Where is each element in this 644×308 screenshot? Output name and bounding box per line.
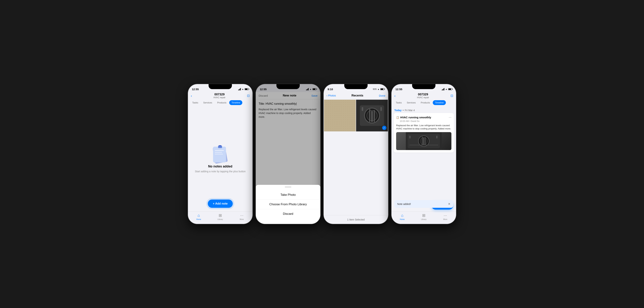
empty-title-1: No notes added xyxy=(208,165,232,168)
date-dot: • xyxy=(402,109,404,112)
sheet-handle xyxy=(285,187,291,187)
svg-rect-18 xyxy=(374,110,375,122)
notch-4 xyxy=(412,84,436,89)
home-label-4: Home xyxy=(400,218,405,220)
svg-rect-27 xyxy=(425,137,426,145)
svg-rect-7 xyxy=(215,154,223,154)
photo-thumb-2[interactable]: ✓ xyxy=(356,100,388,131)
more-label-4: More xyxy=(443,218,448,220)
add-note-button-1[interactable]: + Add note xyxy=(208,200,233,208)
photo-nav-title: Recents xyxy=(352,94,363,97)
library-label-4: Library xyxy=(421,218,427,220)
photo-bottom-bar: 1 Item Selected xyxy=(324,215,388,224)
back-button-1[interactable]: ‹ xyxy=(191,94,192,98)
signal-icon-1 xyxy=(238,88,241,90)
nav-header-1: ‹ 007329 HVAC repair ⊡ xyxy=(188,92,252,100)
back-button-4[interactable]: ‹ xyxy=(394,94,396,98)
library-label-1: Library xyxy=(218,218,223,220)
photos-back-label: Photos xyxy=(328,94,336,97)
svg-rect-28 xyxy=(410,136,410,138)
note-card-icon: 📋 xyxy=(396,116,399,119)
library-icon-4: ⊞ xyxy=(422,213,426,218)
bottom-tabs-1: ⌂ Home ⊞ Library ··· More xyxy=(188,212,252,224)
nav-header-4: ‹ 007329 HVAC repair ⊡ xyxy=(392,92,456,100)
timeline-date-header: Today • Fri Mar 4 xyxy=(392,106,456,113)
bottom-tab-more-4[interactable]: ··· More xyxy=(434,213,456,220)
wifi-icon-1: ▲ xyxy=(242,88,244,90)
tab-timeline-1[interactable]: Timeline xyxy=(229,100,242,105)
job-number-1: 007329 xyxy=(214,93,226,96)
note-added-toast: Note added! ✕ xyxy=(394,200,453,208)
tab-tasks-4[interactable]: Tasks xyxy=(394,100,404,105)
bottom-tab-library-1[interactable]: ⊞ Library xyxy=(210,213,231,220)
card-more-button[interactable]: ··· xyxy=(449,115,452,119)
photos-back-button[interactable]: ‹ Photos xyxy=(326,94,336,97)
discard-option[interactable]: Discard xyxy=(256,209,320,219)
battery-icon-3 xyxy=(380,88,384,90)
date-label: Fri Mar 4 xyxy=(405,109,415,112)
card-header: 📋 HVAC running smoothly ··· xyxy=(396,115,452,119)
svg-rect-26 xyxy=(424,137,424,145)
tab-services-4[interactable]: Services xyxy=(404,100,418,105)
svg-rect-20 xyxy=(380,107,382,111)
status-icons-1: ▲ xyxy=(238,88,248,90)
tab-services-1[interactable]: Services xyxy=(201,100,214,105)
phone-1: 12:55 ▲ ‹ 007329 HVAC repair xyxy=(188,84,252,224)
svg-rect-16 xyxy=(369,109,370,122)
card-body: Replaced the air filter. Low refrigerant… xyxy=(396,124,452,130)
home-icon-1: ⌂ xyxy=(198,213,200,218)
job-type-4: HVAC repair xyxy=(417,96,429,99)
notch-3 xyxy=(344,84,368,89)
nav-title-1: 007329 HVAC repair xyxy=(214,93,226,99)
bottom-tab-home-1[interactable]: ⌂ Home xyxy=(188,213,210,220)
wifi-icon-3: ▲ xyxy=(378,88,380,90)
items-selected-label: 1 Item Selected xyxy=(347,218,364,221)
svg-rect-5 xyxy=(215,150,224,151)
svg-rect-4 xyxy=(219,145,221,146)
bottom-tab-library-4[interactable]: ⊞ Library xyxy=(413,213,434,220)
more-icon-1: ··· xyxy=(240,213,244,218)
more-label-1: More xyxy=(240,218,244,220)
signal-icon-4 xyxy=(442,88,444,90)
toast-close-button[interactable]: ✕ xyxy=(448,202,450,206)
bottom-tab-more-1[interactable]: ··· More xyxy=(231,213,252,220)
nav-title-4: 007329 HVAC repair xyxy=(417,93,429,99)
status-time-3: 9:10 xyxy=(328,88,333,91)
photo-done-button[interactable]: Done xyxy=(379,94,385,97)
today-label: Today xyxy=(394,109,402,112)
choose-photo-option[interactable]: Choose From Photo Library xyxy=(256,200,320,209)
status-icons-3: SOS ▲ xyxy=(373,88,384,90)
share-button-1[interactable]: ⊡ xyxy=(247,94,250,98)
svg-rect-29 xyxy=(436,136,438,138)
notch-1 xyxy=(208,84,232,89)
share-button-4[interactable]: ⊡ xyxy=(450,94,453,98)
chevron-left-icon: ‹ xyxy=(326,94,328,97)
tab-products-4[interactable]: Products xyxy=(418,100,432,105)
bottom-tab-home-4[interactable]: ⌂ Home xyxy=(392,213,413,220)
main-content-1: No notes added Start adding a note by ta… xyxy=(188,106,252,212)
empty-state-1: No notes added Start adding a note by ta… xyxy=(188,106,252,212)
svg-rect-19 xyxy=(362,107,363,111)
take-photo-option[interactable]: Take Photo xyxy=(256,190,320,200)
svg-rect-6 xyxy=(215,152,222,153)
battery-icon-4 xyxy=(448,88,452,90)
home-icon-4: ⌂ xyxy=(401,213,403,218)
home-label-1: Home xyxy=(196,218,201,220)
sos-label: SOS xyxy=(373,88,376,90)
photo-nav-3: ‹ Photos Recents Done xyxy=(324,92,388,99)
status-icons-4: ▲ xyxy=(442,88,452,90)
status-time-1: 12:55 xyxy=(192,88,199,91)
hvac-machine-image xyxy=(396,132,452,150)
svg-rect-2 xyxy=(213,147,226,162)
card-image xyxy=(396,132,452,150)
svg-rect-9 xyxy=(324,100,356,131)
tab-products-1[interactable]: Products xyxy=(215,100,228,105)
tab-timeline-4[interactable]: Timeline xyxy=(433,100,446,105)
tab-tasks-1[interactable]: Tasks xyxy=(190,100,200,105)
battery-icon-1 xyxy=(245,88,248,90)
notch-2 xyxy=(276,84,300,89)
photo-thumb-1[interactable] xyxy=(324,100,356,131)
timeline-screen-4: Today • Fri Mar 4 📋 HVAC running smoothl… xyxy=(392,106,456,212)
wifi-icon-4: ▲ xyxy=(445,88,447,90)
more-icon-4: ··· xyxy=(444,213,447,218)
